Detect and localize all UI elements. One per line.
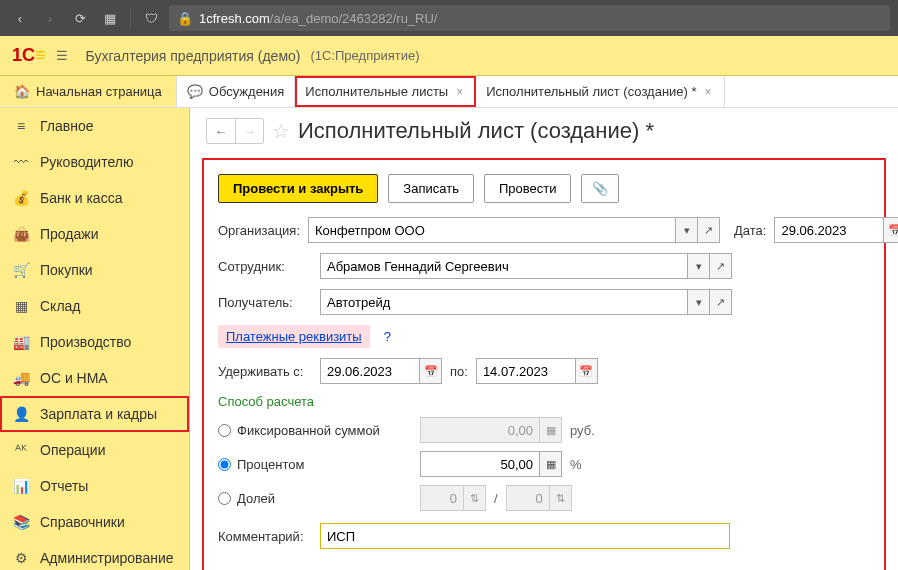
bag-icon: 👜 (12, 226, 30, 242)
shield-icon[interactable]: 🛡 (139, 6, 163, 30)
tab-exec-list-label: Исполнительные листы (305, 84, 448, 99)
radio-fixed[interactable]: Фиксированной суммой (218, 423, 388, 438)
save-button[interactable]: Записать (388, 174, 474, 203)
grid-icon: ▦ (12, 298, 30, 314)
date-input[interactable] (774, 217, 884, 243)
calendar-button[interactable]: 📅 (420, 358, 442, 384)
post-button[interactable]: Провести (484, 174, 572, 203)
tab-close[interactable]: × (703, 85, 714, 99)
frac-b-input (506, 485, 550, 511)
sidebar-item-manager[interactable]: 〰Руководителю (0, 144, 189, 180)
tab-discuss-label: Обсуждения (209, 84, 285, 99)
tab-exec-list[interactable]: Исполнительные листы × (295, 76, 476, 107)
browser-apps[interactable]: ▦ (98, 6, 122, 30)
browser-forward[interactable]: › (38, 6, 62, 30)
gear-icon: ⚙ (12, 550, 30, 566)
sidebar-item-assets[interactable]: 🚚ОС и НМА (0, 360, 189, 396)
radio-fraction-input[interactable] (218, 492, 231, 505)
page-forward[interactable]: → (235, 119, 263, 143)
page-title: Исполнительный лист (создание) * (298, 118, 654, 144)
frac-a-input (420, 485, 464, 511)
browser-back[interactable]: ‹ (8, 6, 32, 30)
payment-req-link[interactable]: Платежные реквизиты (218, 325, 370, 348)
employee-input[interactable] (320, 253, 688, 279)
tab-home[interactable]: 🏠 Начальная страница (0, 76, 177, 107)
browser-reload[interactable]: ⟳ (68, 6, 92, 30)
ak-icon: ᴬᴷ (12, 442, 30, 458)
sidebar-item-admin[interactable]: ⚙Администрирование (0, 540, 189, 570)
person-icon: 👤 (12, 406, 30, 422)
truck-icon: 🚚 (12, 370, 30, 386)
open-button[interactable]: ↗ (698, 217, 720, 243)
comment-input[interactable] (320, 523, 730, 549)
paperclip-icon: 📎 (592, 181, 608, 196)
app-subtitle: (1С:Предприятие) (310, 48, 419, 63)
calc-method-title: Способ расчета (218, 394, 870, 409)
url-path: /a/ea_demo/2463282/ru_RU/ (270, 11, 438, 26)
calendar-button[interactable]: 📅 (884, 217, 898, 243)
label-recipient: Получатель: (218, 295, 312, 310)
radio-fraction[interactable]: Долей (218, 491, 388, 506)
to-date-input[interactable] (476, 358, 576, 384)
list-icon: ≡ (12, 118, 30, 134)
money-icon: 💰 (12, 190, 30, 206)
calendar-button[interactable]: 📅 (576, 358, 598, 384)
label-to: по: (450, 364, 468, 379)
help-button[interactable]: ? (384, 329, 391, 344)
attach-button[interactable]: 📎 (581, 174, 619, 203)
radio-fixed-input[interactable] (218, 424, 231, 437)
sidebar-item-bank[interactable]: 💰Банк и касса (0, 180, 189, 216)
sidebar-item-salary[interactable]: 👤Зарплата и кадры (0, 396, 189, 432)
url-bar[interactable]: 🔒 1cfresh.com/a/ea_demo/2463282/ru_RU/ (169, 5, 890, 31)
sidebar-item-operations[interactable]: ᴬᴷОперации (0, 432, 189, 468)
chat-icon: 💬 (187, 84, 203, 99)
chart-icon: 〰 (12, 154, 30, 170)
sidebar-item-main[interactable]: ≡Главное (0, 108, 189, 144)
tab-home-label: Начальная страница (36, 84, 162, 99)
slash: / (494, 491, 498, 506)
label-org: Организация: (218, 223, 300, 238)
label-withhold-from: Удерживать с: (218, 364, 312, 379)
menu-toggle[interactable]: ☰ (56, 48, 76, 63)
sidebar-item-reports[interactable]: 📊Отчеты (0, 468, 189, 504)
label-comment: Комментарий: (218, 529, 312, 544)
recipient-input[interactable] (320, 289, 688, 315)
sidebar-item-refs[interactable]: 📚Справочники (0, 504, 189, 540)
stepper-icon: ⇅ (550, 485, 572, 511)
radio-percent-input[interactable] (218, 458, 231, 471)
dropdown-button[interactable]: ▾ (676, 217, 698, 243)
tab-exec-create-label: Исполнительный лист (создание) * (486, 84, 696, 99)
dropdown-button[interactable]: ▾ (688, 253, 710, 279)
cart-icon: 🛒 (12, 262, 30, 278)
open-button[interactable]: ↗ (710, 253, 732, 279)
bars-icon: 📊 (12, 478, 30, 494)
org-input[interactable] (308, 217, 676, 243)
unit-rub: руб. (570, 423, 595, 438)
sidebar-item-purchases[interactable]: 🛒Покупки (0, 252, 189, 288)
page-back[interactable]: ← (207, 119, 235, 143)
home-icon: 🏠 (14, 84, 30, 99)
tab-exec-create[interactable]: Исполнительный лист (создание) * × (476, 76, 724, 107)
sidebar-item-sales[interactable]: 👜Продажи (0, 216, 189, 252)
sidebar-item-production[interactable]: 🏭Производство (0, 324, 189, 360)
calc-icon[interactable]: ▦ (540, 451, 562, 477)
sidebar-item-warehouse[interactable]: ▦Склад (0, 288, 189, 324)
tab-discuss[interactable]: 💬 Обсуждения (177, 76, 296, 107)
sidebar: ≡Главное 〰Руководителю 💰Банк и касса 👜Пр… (0, 108, 190, 570)
dropdown-button[interactable]: ▾ (688, 289, 710, 315)
factory-icon: 🏭 (12, 334, 30, 350)
stepper-icon: ⇅ (464, 485, 486, 511)
favorite-star[interactable]: ☆ (272, 119, 290, 143)
lock-icon: 🔒 (177, 11, 193, 26)
open-button[interactable]: ↗ (710, 289, 732, 315)
tab-close[interactable]: × (454, 85, 465, 99)
radio-percent[interactable]: Процентом (218, 457, 388, 472)
from-date-input[interactable] (320, 358, 420, 384)
app-title: Бухгалтерия предприятия (демо) (86, 48, 301, 64)
app-logo: 1C≡ (12, 45, 46, 66)
post-close-button[interactable]: Провести и закрыть (218, 174, 378, 203)
percent-amount-input[interactable] (420, 451, 540, 477)
books-icon: 📚 (12, 514, 30, 530)
label-employee: Сотрудник: (218, 259, 312, 274)
label-date: Дата: (734, 223, 766, 238)
